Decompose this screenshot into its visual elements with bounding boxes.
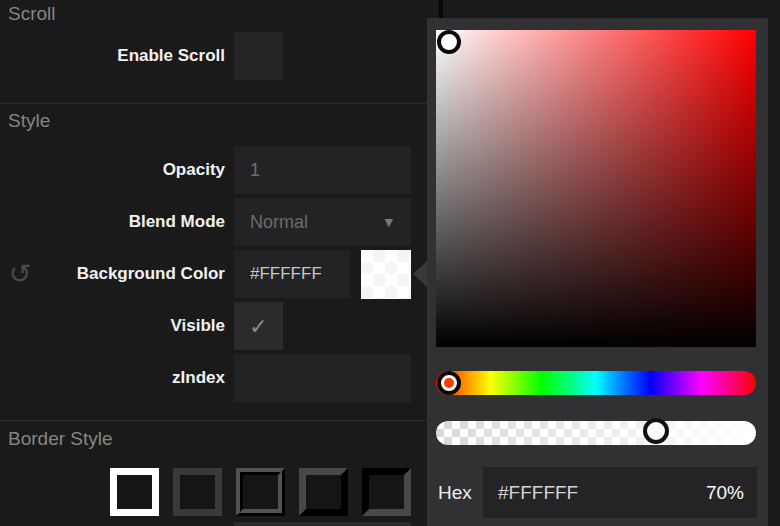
color-picker-popup: Hex 70% bbox=[427, 18, 768, 526]
border-style-option-3[interactable] bbox=[236, 468, 285, 516]
background-color-hex-input[interactable] bbox=[234, 250, 350, 298]
saturation-value-cursor[interactable] bbox=[437, 30, 461, 54]
popup-caret-icon bbox=[413, 261, 427, 287]
opacity-input[interactable] bbox=[234, 146, 411, 194]
zindex-input[interactable] bbox=[234, 354, 411, 402]
blend-mode-label: Blend Mode bbox=[30, 198, 225, 246]
hex-value-input[interactable] bbox=[483, 482, 643, 504]
section-header-style: Style bbox=[8, 110, 50, 132]
visible-checkbox[interactable]: ✓ bbox=[234, 302, 283, 350]
border-style-option-solid-selected[interactable] bbox=[110, 468, 159, 516]
border-style-option-4[interactable] bbox=[299, 468, 348, 516]
divider bbox=[0, 420, 427, 421]
section-header-border-style: Border Style bbox=[8, 428, 113, 450]
hex-label: Hex bbox=[438, 467, 472, 518]
zindex-label: zIndex bbox=[30, 354, 225, 402]
enable-scroll-label: Enable Scroll bbox=[30, 32, 225, 80]
alpha-percent-value[interactable]: 70% bbox=[706, 482, 744, 504]
background-color-swatch[interactable] bbox=[361, 250, 411, 299]
alpha-slider[interactable] bbox=[436, 421, 756, 445]
properties-panel: Scroll Enable Scroll Style Opacity Blend… bbox=[0, 0, 780, 526]
blend-mode-select[interactable]: Normal ▼ bbox=[234, 198, 411, 246]
saturation-value-area[interactable] bbox=[436, 30, 756, 347]
background-color-label: Background Color bbox=[30, 250, 225, 298]
border-style-option-2[interactable] bbox=[173, 468, 222, 516]
next-field-peek bbox=[234, 522, 411, 526]
scrollbar-thumb[interactable] bbox=[439, 0, 443, 18]
alpha-slider-handle[interactable] bbox=[643, 418, 669, 444]
enable-scroll-checkbox[interactable] bbox=[234, 32, 283, 80]
divider bbox=[0, 103, 427, 104]
hex-value-field[interactable]: 70% bbox=[483, 467, 757, 518]
section-header-scroll: Scroll bbox=[8, 3, 56, 25]
chevron-down-icon: ▼ bbox=[385, 216, 393, 229]
blend-mode-value: Normal bbox=[250, 212, 308, 233]
visible-label: Visible bbox=[30, 302, 225, 350]
border-style-option-5[interactable] bbox=[362, 468, 411, 516]
hue-handle-dot bbox=[444, 378, 454, 388]
hue-slider-handle[interactable] bbox=[437, 371, 461, 395]
opacity-label: Opacity bbox=[30, 146, 225, 194]
check-icon: ✓ bbox=[249, 314, 267, 339]
hue-slider[interactable] bbox=[436, 371, 756, 395]
